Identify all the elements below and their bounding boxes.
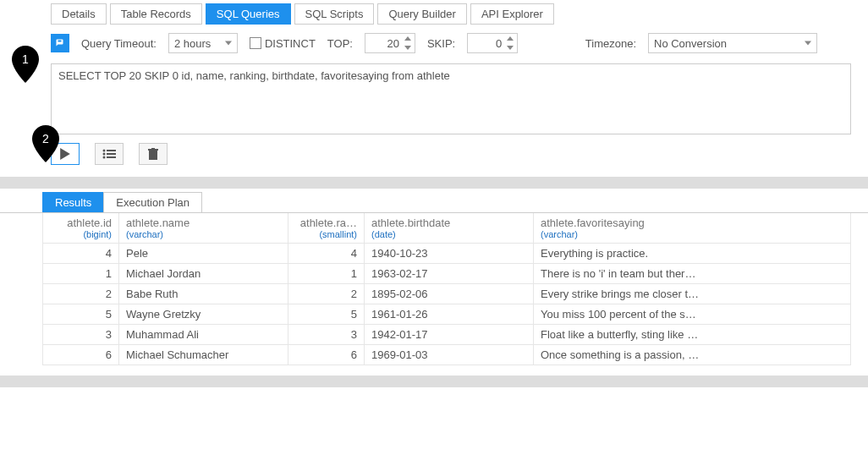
tab-table-records[interactable]: Table Records (110, 3, 202, 25)
cell-rank: 6 (288, 345, 365, 365)
svg-rect-1 (107, 150, 116, 151)
cell-id: 5 (43, 304, 119, 325)
distinct-label: DISTINCT (265, 37, 316, 50)
col-athlete-name[interactable]: athlete.name(varchar) (119, 213, 288, 244)
results-table: athlete.id(bigint) athlete.name(varchar)… (42, 213, 851, 365)
list-icon (102, 149, 116, 159)
play-icon (60, 148, 70, 160)
tab-execution-plan[interactable]: Execution Plan (103, 192, 202, 212)
tab-details[interactable]: Details (51, 3, 107, 25)
col-athlete-ranking[interactable]: athlete.ra…(smallint) (288, 213, 365, 244)
svg-rect-8 (151, 148, 155, 150)
tab-sql-queries[interactable]: SQL Queries (206, 3, 291, 25)
cell-name: Pele (119, 244, 288, 264)
query-timeout-select[interactable]: 2 hours (168, 33, 238, 53)
cell-date: 1895-02-06 (365, 284, 534, 304)
cell-name: Wayne Gretzky (119, 304, 288, 325)
svg-point-0 (103, 150, 106, 152)
tab-query-builder[interactable]: Query Builder (377, 3, 466, 25)
cell-name: Muhammad Ali (119, 325, 288, 345)
table-row[interactable]: 6Michael Schumacher61969-01-03Once somet… (43, 345, 851, 365)
cell-id: 6 (43, 345, 119, 365)
top-label: TOP: (327, 37, 353, 50)
cell-rank: 3 (288, 325, 365, 345)
query-editor[interactable]: SELECT TOP 20 SKIP 0 id, name, ranking, … (51, 63, 851, 134)
cell-id: 4 (43, 244, 119, 264)
timezone-select[interactable]: No Conversion (648, 33, 817, 53)
top-input[interactable]: 20 (365, 33, 415, 53)
table-row[interactable]: 2Babe Ruth21895-02-06Every strike brings… (43, 284, 851, 304)
cell-saying: Once something is a passion, … (534, 345, 851, 365)
cell-date: 1942-01-17 (365, 325, 534, 345)
run-query-button[interactable] (51, 143, 80, 165)
cell-rank: 4 (288, 244, 365, 264)
cell-rank: 2 (288, 284, 365, 304)
col-athlete-birthdate[interactable]: athlete.birthdate(date) (365, 213, 534, 244)
cell-name: Babe Ruth (119, 284, 288, 304)
cell-date: 1963-02-17 (365, 264, 534, 284)
tab-api-explorer[interactable]: API Explorer (470, 3, 554, 25)
query-options-bar: Query Timeout: 2 hours DISTINCT TOP: 20 … (0, 25, 868, 60)
distinct-checkbox[interactable] (250, 37, 261, 49)
cell-date: 1940-10-23 (365, 244, 534, 264)
cell-id: 2 (43, 284, 119, 304)
cell-rank: 5 (288, 304, 365, 325)
cell-saying: Every strike brings me closer t… (534, 284, 851, 304)
table-row[interactable]: 3Muhammad Ali31942-01-17Float like a but… (43, 325, 851, 345)
tab-sql-scripts[interactable]: SQL Scripts (294, 3, 375, 25)
results-tabs: Results Execution Plan (0, 189, 868, 213)
cell-id: 1 (43, 264, 119, 284)
table-row[interactable]: 4Pele41940-10-23Everything is practice. (43, 244, 851, 264)
cell-saying: You miss 100 percent of the s… (534, 304, 851, 325)
history-button[interactable] (95, 143, 124, 165)
cell-saying: There is no 'i' in team but ther… (534, 264, 851, 284)
cell-date: 1969-01-03 (365, 345, 534, 365)
cell-date: 1961-01-26 (365, 304, 534, 325)
timezone-label: Timezone: (585, 37, 636, 50)
query-action-row (0, 141, 868, 177)
save-query-button[interactable] (51, 34, 69, 52)
cell-saying: Float like a butterfly, sting like … (534, 325, 851, 345)
cell-rank: 1 (288, 264, 365, 284)
skip-input[interactable]: 0 (467, 33, 518, 53)
clear-button[interactable] (139, 143, 168, 165)
col-athlete-id[interactable]: athlete.id(bigint) (43, 213, 119, 244)
svg-point-4 (103, 156, 106, 159)
tab-results[interactable]: Results (42, 192, 104, 212)
cell-saying: Everything is practice. (534, 244, 851, 264)
query-timeout-label: Query Timeout: (81, 37, 157, 50)
svg-rect-5 (107, 156, 116, 158)
table-row[interactable]: 1Michael Jordan11963-02-17There is no 'i… (43, 264, 851, 284)
table-header-row: athlete.id(bigint) athlete.name(varchar)… (43, 213, 851, 244)
skip-label: SKIP: (427, 37, 455, 50)
table-row[interactable]: 5Wayne Gretzky51961-01-26You miss 100 pe… (43, 304, 851, 325)
cell-name: Michael Jordan (119, 264, 288, 284)
svg-rect-3 (107, 153, 116, 155)
cell-name: Michael Schumacher (119, 345, 288, 365)
trash-icon (148, 148, 158, 160)
svg-point-2 (103, 153, 106, 156)
cell-id: 3 (43, 325, 119, 345)
main-tabs: Details Table Records SQL Queries SQL Sc… (0, 0, 868, 25)
svg-rect-6 (149, 151, 157, 160)
col-athlete-favoritesaying[interactable]: athlete.favoritesaying(varchar) (534, 213, 851, 244)
